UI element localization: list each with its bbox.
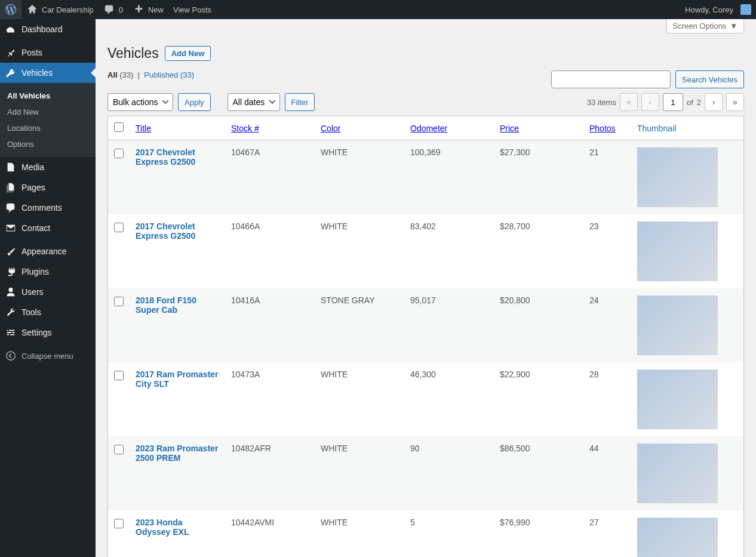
pagination-of-label: of xyxy=(687,98,693,107)
column-header-color[interactable]: Color xyxy=(321,124,340,133)
row-price: $76,990 xyxy=(494,510,583,557)
sidebar-item-label: Plugins xyxy=(21,267,91,276)
sidebar-item-users[interactable]: Users xyxy=(0,282,96,302)
filter-all-link[interactable]: All xyxy=(107,70,118,79)
submenu-item-add-new[interactable]: Add New xyxy=(0,104,96,120)
sidebar-item-vehicles[interactable]: Vehicles xyxy=(0,63,96,83)
sidebar-item-comments[interactable]: Comments xyxy=(0,198,96,218)
sliders-icon xyxy=(5,327,17,338)
column-header-odometer[interactable]: Odometer xyxy=(410,124,447,133)
column-header-photos[interactable]: Photos xyxy=(589,124,616,133)
brush-icon xyxy=(5,245,17,257)
collapse-label: Collapse menu xyxy=(21,352,73,361)
apply-button[interactable]: Apply xyxy=(178,93,211,111)
select-all-checkbox[interactable] xyxy=(114,122,124,132)
sidebar-item-plugins[interactable]: Plugins xyxy=(0,261,96,282)
row-thumbnail xyxy=(637,370,718,429)
row-checkbox[interactable] xyxy=(114,371,124,380)
row-title-link[interactable]: 2023 Honda Odyssey EXL xyxy=(136,518,189,537)
date-filter-select[interactable]: All dates xyxy=(228,93,280,111)
status-filter-links: All (33) | Published (33) xyxy=(107,70,194,79)
sidebar-item-posts[interactable]: Posts xyxy=(0,42,96,63)
row-checkbox[interactable] xyxy=(114,297,124,306)
row-color: WHITE xyxy=(315,362,404,436)
row-title-link[interactable]: 2017 Chevrolet Express G2500 xyxy=(136,147,195,167)
filter-button[interactable]: Filter xyxy=(285,93,315,111)
dashboard-icon xyxy=(5,23,17,35)
row-checkbox[interactable] xyxy=(114,149,124,158)
caret-down-icon: ▼ xyxy=(730,21,737,30)
sidebar-submenu-vehicles: All Vehicles Add New Locations Options xyxy=(0,83,96,157)
submenu-item-all-vehicles[interactable]: All Vehicles xyxy=(0,88,96,104)
submenu-item-locations[interactable]: Locations xyxy=(0,120,96,136)
email-icon xyxy=(5,222,17,234)
pagination-prev-button[interactable]: ‹ xyxy=(641,93,659,111)
row-photos: 27 xyxy=(583,510,631,557)
sidebar-item-media[interactable]: Media xyxy=(0,157,96,177)
row-color: WHITE xyxy=(315,214,404,288)
row-photos: 21 xyxy=(583,140,631,214)
row-price: $86,500 xyxy=(494,436,583,510)
items-count: 33 items xyxy=(587,98,616,107)
filter-published-link[interactable]: Published (33) xyxy=(144,70,194,79)
table-row: 2023 Honda Odyssey EXL 10442AVMI WHITE 5… xyxy=(108,510,743,557)
collapse-icon xyxy=(5,350,17,362)
new-content-link[interactable]: New xyxy=(128,0,168,19)
row-odometer: 5 xyxy=(404,510,494,557)
row-odometer: 95,017 xyxy=(404,288,494,362)
row-thumbnail xyxy=(637,221,718,281)
new-label: New xyxy=(148,5,164,14)
collapse-menu-button[interactable]: Collapse menu xyxy=(0,346,96,366)
site-name-link[interactable]: Car Dealership xyxy=(21,0,99,19)
search-button[interactable]: Search Vehicles xyxy=(675,70,744,88)
row-title-link[interactable]: 2017 Chevrolet Express G2500 xyxy=(136,221,195,241)
sidebar-item-contact[interactable]: Contact xyxy=(0,218,96,238)
row-odometer: 83,402 xyxy=(404,214,494,288)
sidebar-item-label: Posts xyxy=(21,48,91,57)
row-stock: 10467A xyxy=(225,140,315,214)
sidebar-item-settings[interactable]: Settings xyxy=(0,322,96,343)
table-row: 2017 Ram Promaster City SLT 10473A WHITE… xyxy=(108,362,743,436)
column-header-stock[interactable]: Stock # xyxy=(231,124,259,133)
row-title-link[interactable]: 2018 Ford F150 Super Cab xyxy=(136,296,196,315)
wordpress-icon xyxy=(5,4,17,16)
column-header-title[interactable]: Title xyxy=(136,124,151,133)
wordpress-logo[interactable] xyxy=(0,0,21,19)
sidebar-item-label: Appearance xyxy=(21,247,91,256)
row-odometer: 90 xyxy=(404,436,494,510)
comments-link[interactable]: 0 xyxy=(99,0,128,19)
search-input[interactable] xyxy=(551,70,671,88)
submenu-item-options[interactable]: Options xyxy=(0,136,96,152)
screen-options-button[interactable]: Screen Options ▼ xyxy=(666,19,744,33)
pagination-current-input[interactable] xyxy=(663,93,683,111)
row-title-link[interactable]: 2017 Ram Promaster City SLT xyxy=(136,370,219,389)
row-checkbox[interactable] xyxy=(114,445,124,454)
pagination-first-button[interactable]: « xyxy=(620,93,638,111)
sidebar-item-dashboard[interactable]: Dashboard xyxy=(0,19,96,39)
view-posts-link[interactable]: View Posts xyxy=(168,0,216,19)
row-odometer: 100,369 xyxy=(404,140,494,214)
add-new-button[interactable]: Add New xyxy=(165,46,211,61)
admin-bar: Car Dealership 0 New View Posts Howdy, C… xyxy=(0,0,756,19)
row-color: WHITE xyxy=(315,436,404,510)
bulk-actions-select[interactable]: Bulk actions xyxy=(107,93,173,111)
pagination-next-button[interactable]: › xyxy=(705,93,723,111)
row-stock: 10482AFR xyxy=(225,436,315,510)
vehicles-table: Title Stock # Color Odometer Price Photo… xyxy=(107,116,744,557)
sidebar-item-tools[interactable]: Tools xyxy=(0,302,96,322)
row-thumbnail xyxy=(637,296,718,355)
sidebar-item-appearance[interactable]: Appearance xyxy=(0,241,96,261)
column-header-price[interactable]: Price xyxy=(500,124,519,133)
row-price: $27,300 xyxy=(494,140,583,214)
pagination-last-button[interactable]: » xyxy=(726,93,744,111)
sidebar-item-pages[interactable]: Pages xyxy=(0,177,96,198)
pin-icon xyxy=(5,47,17,59)
user-icon xyxy=(5,286,17,298)
sidebar-item-label: Users xyxy=(21,287,91,297)
row-checkbox[interactable] xyxy=(114,223,124,232)
row-title-link[interactable]: 2023 Ram Promaster 2500 PREM xyxy=(136,444,219,463)
row-checkbox[interactable] xyxy=(114,519,124,528)
row-thumbnail xyxy=(637,518,718,557)
comment-icon xyxy=(103,4,115,16)
user-greeting[interactable]: Howdy, Corey xyxy=(680,0,756,19)
